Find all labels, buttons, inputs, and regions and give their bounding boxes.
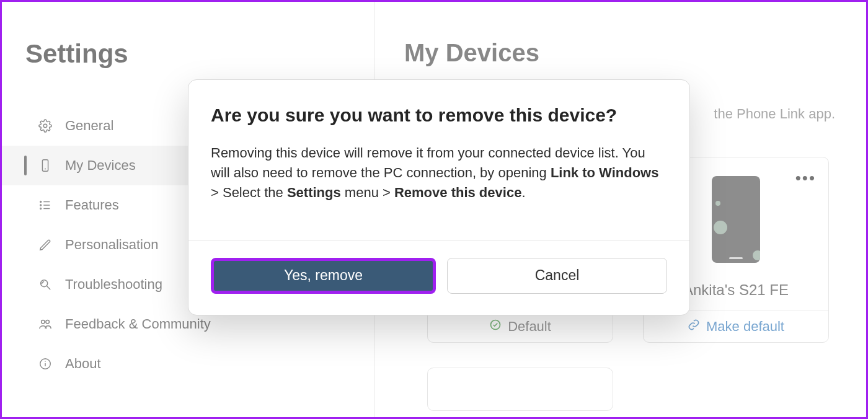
svg-point-12 <box>46 320 50 324</box>
people-icon <box>37 317 54 331</box>
page-description-fragment: the Phone Link app. <box>714 106 835 122</box>
pencil-icon <box>37 238 54 252</box>
sidebar-item-label: Personalisation <box>65 237 158 253</box>
dialog-text-bold: Remove this device <box>394 185 521 200</box>
dialog-message: Removing this device will remove it from… <box>211 143 667 203</box>
sidebar-item-label: Features <box>65 197 119 213</box>
troubleshoot-icon <box>37 278 54 291</box>
dialog-title: Are you sure you want to remove this dev… <box>211 105 667 126</box>
sidebar-item-label: Troubleshooting <box>65 276 162 293</box>
link-icon <box>688 319 700 335</box>
dialog-footer: Yes, remove Cancel <box>188 240 689 315</box>
remove-device-dialog: Are you sure you want to remove this dev… <box>188 79 690 315</box>
more-options-button[interactable]: ••• <box>795 169 816 188</box>
button-label: Cancel <box>535 267 580 284</box>
phone-icon <box>37 159 54 172</box>
svg-point-11 <box>42 320 45 324</box>
device-thumbnail <box>712 176 760 263</box>
dialog-body: Are you sure you want to remove this dev… <box>188 80 689 240</box>
yes-remove-button[interactable]: Yes, remove <box>211 258 436 294</box>
dialog-text-part: . <box>521 185 525 200</box>
dialog-text-bold: Link to Windows <box>551 165 659 180</box>
svg-point-7 <box>40 208 42 210</box>
app-frame: Settings General My Devices Features <box>0 0 868 419</box>
list-icon <box>37 198 54 212</box>
make-default-label: Make default <box>706 319 784 335</box>
sidebar-item-about[interactable]: About <box>2 344 374 384</box>
dialog-text-part: menu > <box>341 185 394 200</box>
svg-point-5 <box>40 205 42 206</box>
dialog-text-bold: Settings <box>287 185 341 200</box>
page-title: My Devices <box>404 39 841 67</box>
svg-line-10 <box>46 286 50 289</box>
check-circle-icon <box>489 319 502 335</box>
svg-point-0 <box>43 124 47 128</box>
gear-icon <box>37 119 54 133</box>
dialog-text-part: > Select the <box>211 185 287 200</box>
sidebar-title: Settings <box>2 39 374 69</box>
cancel-button[interactable]: Cancel <box>447 258 667 294</box>
extra-card[interactable] <box>427 368 613 411</box>
sidebar-item-label: Feedback & Community <box>65 316 211 332</box>
sidebar-item-label: General <box>65 118 113 134</box>
svg-point-3 <box>40 201 42 203</box>
sidebar-item-label: About <box>65 356 101 372</box>
info-icon <box>37 357 54 371</box>
svg-rect-1 <box>42 160 48 171</box>
sidebar-item-label: My Devices <box>65 157 136 174</box>
device-default-label: Default <box>508 319 551 335</box>
svg-point-15 <box>45 361 45 362</box>
button-label: Yes, remove <box>284 267 363 284</box>
